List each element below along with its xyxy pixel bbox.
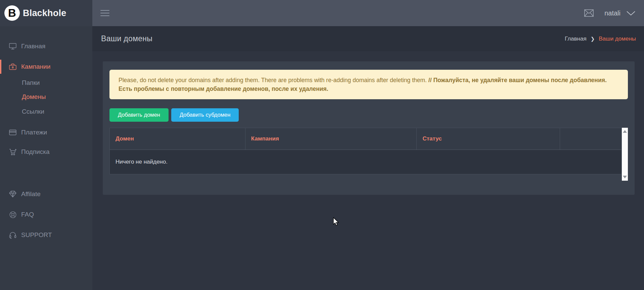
sidebar-item-support[interactable]: SUPPORT: [0, 228, 92, 242]
table-empty-row: Ничего не найдено.: [110, 150, 622, 174]
blackhole-logo-icon: B: [4, 5, 20, 21]
logo-letter: B: [8, 7, 16, 18]
domains-table-wrap: Домен Кампания Статус Ничего не найдено.: [109, 128, 628, 181]
domains-card: Please, do not delete your domains after…: [103, 61, 635, 195]
sidebar-item-folders[interactable]: Папки: [0, 76, 92, 90]
domains-table: Домен Кампания Статус Ничего не найдено.: [109, 128, 622, 174]
sidebar-item-label: Папки: [22, 79, 40, 86]
sidebar-item-affiliate[interactable]: Affilate: [0, 187, 92, 201]
sidebar-item-label: SUPPORT: [21, 231, 52, 239]
page-title: Ваши домены: [101, 34, 152, 43]
add-subdomain-button[interactable]: Добавить субдомен: [171, 108, 239, 122]
headset-icon: [9, 232, 17, 239]
gem-icon: [9, 191, 17, 197]
sidebar-item-label: Главная: [21, 43, 45, 50]
breadcrumb-current: Ваши домены: [599, 36, 636, 42]
breadcrumb: Главная ❯ Ваши домены: [565, 36, 636, 42]
table-scrollbar[interactable]: [622, 128, 628, 181]
sidebar-item-label: Домены: [22, 93, 46, 101]
sidebar-item-label: Affilate: [21, 190, 41, 198]
page-header: Ваши домены Главная ❯ Ваши домены: [92, 26, 644, 51]
column-header-domain: Домен: [110, 128, 245, 150]
brand-logo[interactable]: B Blackhole: [0, 0, 92, 26]
scroll-up-icon[interactable]: [623, 130, 627, 133]
chevron-down-icon[interactable]: [627, 11, 635, 15]
mail-icon[interactable]: [584, 9, 594, 17]
sidebar-item-label: Подписка: [21, 148, 50, 156]
sidebar-item-subscription[interactable]: Подписка: [0, 145, 92, 159]
scroll-down-icon[interactable]: [623, 176, 627, 178]
sidebar-item-campaigns[interactable]: Кампании: [0, 60, 92, 74]
monitor-icon: [9, 43, 17, 50]
breadcrumb-chevron-icon: ❯: [591, 36, 595, 42]
sidebar-item-label: FAQ: [21, 211, 34, 218]
cart-plus-icon: [9, 149, 17, 156]
briefcase-icon: [9, 63, 17, 70]
username[interactable]: natali: [604, 9, 620, 17]
sidebar-item-payments[interactable]: Платежи: [0, 125, 92, 139]
sidebar-item-label: Ссылки: [22, 108, 44, 115]
brand-name: Blackhole: [23, 8, 66, 18]
sidebar-item-home[interactable]: Главная: [0, 39, 92, 53]
column-header-campaign: Кампания: [245, 128, 417, 150]
actions-row: Добавить домен Добавить субдомен: [109, 108, 628, 122]
sidebar-item-label: Платежи: [21, 129, 47, 136]
empty-message: Ничего не найдено.: [116, 159, 168, 165]
top-bar: B Blackhole natali: [0, 0, 644, 26]
add-domain-button[interactable]: Добавить домен: [109, 108, 169, 122]
sidebar: Главная Кампании Папки Домены Ссылки Пла…: [0, 26, 92, 290]
warning-alert: Please, do not delete your domains after…: [109, 70, 628, 99]
top-bar-right: natali: [92, 0, 644, 26]
breadcrumb-home-link[interactable]: Главная: [565, 36, 587, 42]
main-content: Please, do not delete your domains after…: [92, 51, 644, 290]
column-header-status: Статус: [417, 128, 560, 150]
hamburger-menu-icon[interactable]: [100, 6, 110, 20]
column-header-actions: [560, 128, 622, 150]
sidebar-item-domains[interactable]: Домены: [0, 90, 92, 104]
life-ring-icon: [9, 211, 17, 218]
sidebar-item-faq[interactable]: FAQ: [0, 208, 92, 222]
credit-card-icon: [9, 129, 17, 135]
sidebar-item-links[interactable]: Ссылки: [0, 105, 92, 119]
alert-text-en: Please, do not delete your domains after…: [119, 77, 427, 83]
table-header-row: Домен Кампания Статус: [110, 128, 622, 150]
sidebar-item-label: Кампании: [21, 63, 50, 70]
